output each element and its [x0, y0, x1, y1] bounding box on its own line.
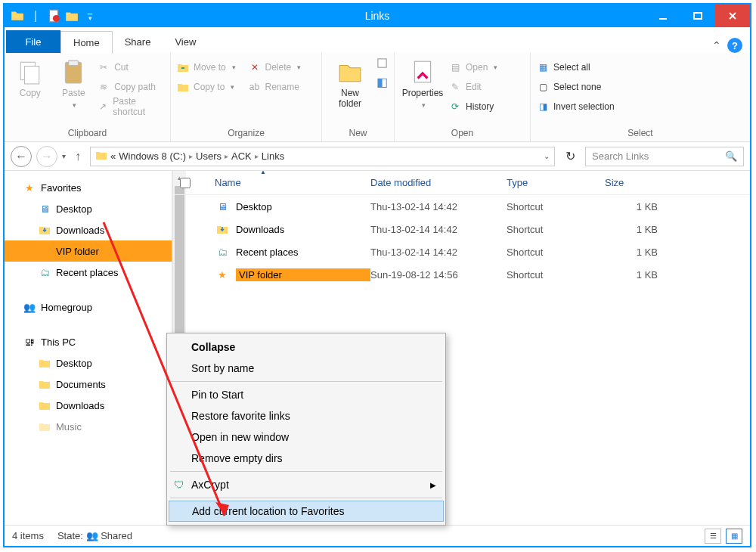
help-button[interactable]: ? — [727, 38, 742, 53]
move-to-button[interactable]: Move to▾ — [177, 59, 244, 76]
file-size: 1 KB — [605, 201, 680, 212]
file-tab[interactable]: File — [6, 30, 60, 53]
forward-button[interactable]: → — [36, 146, 57, 167]
details-view-button[interactable]: ☰ — [705, 529, 721, 544]
sidebar-item-homegroup[interactable]: 👥Homegroup — [5, 296, 172, 318]
refresh-button[interactable]: ↻ — [559, 147, 581, 166]
file-row[interactable]: 🖥DesktopThu-13-02-14 14:42Shortcut1 KB — [172, 195, 750, 218]
address-bar[interactable]: « Windows 8 (C:)▸ Users▸ ACK▸ Links ⌄ — [90, 147, 555, 166]
home-tab[interactable]: Home — [60, 31, 113, 54]
column-name[interactable]: Name — [215, 177, 370, 188]
folder-icon — [38, 356, 51, 370]
file-size: 1 KB — [605, 269, 680, 281]
file-size: 1 KB — [605, 224, 680, 235]
collapse-ribbon-icon[interactable]: ⌃ — [712, 39, 721, 51]
breadcrumb-folder[interactable]: Links — [262, 150, 284, 162]
sidebar-item-this-pc[interactable]: 🖳This PC — [5, 331, 172, 352]
new-folder-button[interactable]: New folder — [328, 56, 372, 109]
close-button[interactable] — [715, 5, 750, 27]
navigation-pane: ★Favorites 🖥Desktop Downloads ★VIP folde… — [5, 171, 172, 525]
icons-view-button[interactable]: ▦ — [726, 529, 742, 544]
status-bar: 4 items State: 👥 Shared ☰ ▦ — [5, 525, 750, 546]
up-button[interactable]: ↑ — [70, 150, 85, 163]
homegroup-icon: 👥 — [23, 300, 36, 314]
column-type[interactable]: Type — [507, 177, 605, 188]
select-all-checkbox[interactable] — [180, 178, 191, 188]
ctx-open-new-window[interactable]: Open in new window — [169, 426, 444, 448]
copy-button[interactable]: Copy — [11, 56, 50, 98]
column-date[interactable]: Date modified — [370, 177, 507, 188]
chevron-down-icon: ▾ — [73, 101, 76, 109]
shared-icon: 👥 — [86, 530, 98, 541]
ctx-sort-by-name[interactable]: Sort by name — [169, 358, 444, 379]
select-none-button[interactable]: ▢Select none — [537, 79, 615, 95]
window-buttons — [646, 5, 750, 27]
sidebar-item-vip-folder[interactable]: ★VIP folder — [5, 240, 172, 262]
sidebar-item-favorites[interactable]: ★Favorites — [5, 177, 172, 198]
paste-button[interactable]: Paste ▾ — [54, 56, 94, 109]
folder-icon — [38, 377, 51, 391]
ctx-add-to-favorites[interactable]: Add current location to Favorites — [169, 501, 444, 522]
copy-to-button[interactable]: Copy to▾ — [177, 79, 244, 95]
new-item-icon[interactable] — [376, 57, 388, 72]
ctx-restore-favorites[interactable]: Restore favorite links — [169, 405, 444, 426]
ctx-remove-empty-dirs[interactable]: Remove empty dirs — [169, 448, 444, 469]
svg-rect-9 — [69, 60, 79, 65]
maximize-button[interactable] — [680, 5, 715, 27]
sidebar-pc-music[interactable]: Music — [5, 416, 172, 437]
search-box[interactable]: Search Links 🔍 — [585, 147, 744, 166]
share-tab[interactable]: Share — [113, 30, 163, 53]
select-all-button[interactable]: ▦Select all — [537, 59, 615, 76]
open-icon: ▤ — [449, 61, 461, 73]
sidebar-item-desktop[interactable]: 🖥Desktop — [5, 198, 172, 219]
history-button[interactable]: ⟳History — [449, 98, 497, 115]
delete-button[interactable]: ✕Delete▾ — [249, 59, 316, 76]
sidebar-pc-desktop[interactable]: Desktop — [5, 352, 172, 374]
rename-button[interactable]: abRename — [249, 79, 316, 95]
file-row[interactable]: DownloadsThu-13-02-14 14:42Shortcut1 KB — [172, 218, 750, 240]
file-row[interactable]: ★VIP folderSun-19-08-12 14:56Shortcut1 K… — [172, 263, 750, 286]
properties-button[interactable]: Properties▾ — [401, 56, 445, 109]
column-size[interactable]: Size — [605, 177, 680, 188]
view-tab[interactable]: View — [163, 30, 208, 53]
svg-rect-10 — [378, 59, 386, 67]
new-doc-icon[interactable] — [47, 9, 60, 23]
file-date: Thu-13-02-14 14:42 — [370, 224, 507, 235]
easy-access-icon[interactable]: ◧ — [376, 75, 388, 89]
sidebar-item-recent-places[interactable]: 🗂Recent places — [5, 262, 172, 283]
paste-icon — [60, 59, 86, 85]
file-icon: 🖥 — [215, 199, 230, 214]
breadcrumb-user[interactable]: ACK — [231, 150, 252, 162]
back-button[interactable]: ← — [11, 146, 32, 167]
sidebar-pc-documents[interactable]: Documents — [5, 374, 172, 395]
ctx-collapse[interactable]: Collapse — [169, 336, 444, 358]
folder-small-icon[interactable] — [65, 9, 79, 23]
file-row[interactable]: 🗂Recent placesThu-13-02-14 14:42Shortcut… — [172, 240, 750, 263]
ctx-pin-to-start[interactable]: Pin to Start — [169, 384, 444, 405]
star-icon: ★ — [38, 244, 51, 258]
edit-icon: ✎ — [449, 81, 461, 93]
breadcrumb-users[interactable]: Users — [196, 150, 222, 162]
breadcrumb-drive[interactable]: Windows 8 (C:) — [119, 150, 186, 162]
copy-path-button[interactable]: ≋Copy path — [98, 79, 164, 95]
invert-selection-button[interactable]: ◨Invert selection — [537, 98, 615, 115]
ctx-axcrypt[interactable]: 🛡AxCrypt▶ — [169, 474, 444, 495]
file-date: Thu-13-02-14 14:42 — [370, 247, 507, 258]
file-name: VIP folder — [236, 268, 370, 281]
sidebar-item-downloads[interactable]: Downloads — [5, 219, 172, 240]
svg-rect-7 — [24, 67, 39, 84]
qat-divider: | — [29, 9, 42, 23]
file-type: Shortcut — [507, 247, 605, 258]
state-label: State: 👥 Shared — [57, 530, 132, 541]
open-button[interactable]: ▤Open▾ — [449, 59, 497, 76]
chevron-down-icon[interactable]: ⌄ — [544, 152, 550, 160]
history-dropdown-icon[interactable]: ▾ — [62, 152, 66, 160]
minimize-button[interactable] — [646, 5, 680, 27]
select-none-icon: ▢ — [537, 81, 549, 93]
qat-dropdown-icon[interactable]: ═▾ — [83, 9, 97, 23]
edit-button[interactable]: ✎Edit — [449, 79, 497, 95]
paste-shortcut-button[interactable]: ↗Paste shortcut — [98, 98, 164, 115]
cut-button[interactable]: ✂Cut — [98, 59, 164, 76]
computer-icon: 🖳 — [23, 335, 36, 349]
sidebar-pc-downloads[interactable]: Downloads — [5, 395, 172, 416]
